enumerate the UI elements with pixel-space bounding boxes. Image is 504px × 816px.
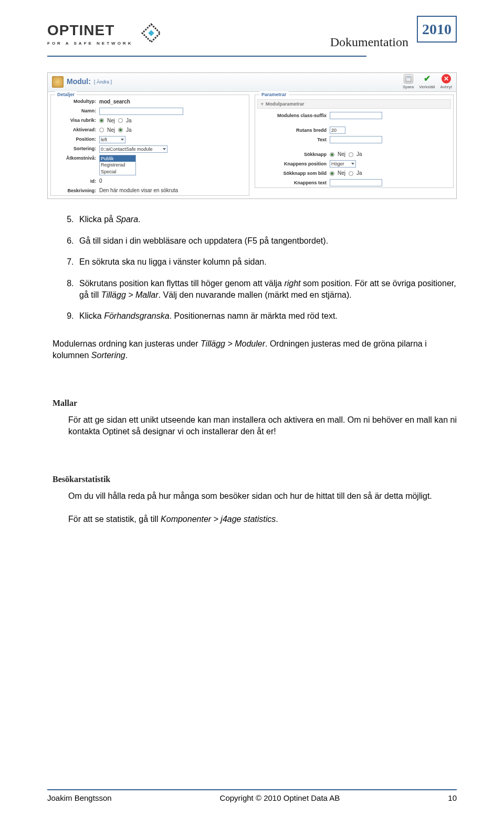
beskrivning-label: Beskrivning:: [54, 187, 96, 194]
sokknapp-bild-ja-radio[interactable]: [349, 171, 353, 176]
logo-tagline: FOR A SAFE NETWORK: [47, 40, 133, 46]
id-label: Id:: [54, 178, 96, 185]
chevron-down-icon: ▾: [261, 101, 264, 107]
footer-page: 10: [448, 792, 457, 803]
close-icon: ✕: [442, 74, 451, 83]
logo: OPTINET FOR A SAFE NETWORK: [47, 19, 165, 47]
save-icon: [404, 74, 413, 83]
position-label: Position:: [54, 136, 96, 143]
aktiverad-ja-radio[interactable]: [118, 128, 123, 132]
namn-input[interactable]: [99, 108, 183, 115]
logo-diamond-icon: [137, 19, 165, 47]
footer-author: Joakim Bengtsson: [47, 792, 112, 803]
text-input[interactable]: [330, 136, 382, 143]
radio-ja-label: Ja: [126, 117, 132, 124]
details-fieldset: Detaljer Modultyp: mod_search Namn: Visa…: [50, 95, 249, 196]
namn-label: Namn:: [54, 108, 96, 114]
id-value: 0: [99, 177, 102, 185]
module-icon: [52, 76, 64, 88]
save-button[interactable]: Spara: [403, 74, 414, 90]
list-item-9: Klicka Förhandsgranska. Positionernas na…: [76, 310, 457, 322]
class-suffix-label: Modulens class-suffix: [258, 112, 327, 119]
rutans-bredd-label: Rutans bredd: [258, 127, 327, 134]
radio-nej-label: Nej: [107, 127, 115, 134]
paragraph-mallar: För att ge sidan ett unikt utseende kan …: [68, 414, 457, 438]
beskrivning-value: Den här modulen visar en sökruta: [99, 187, 178, 194]
header-rule: [47, 56, 366, 57]
sortering-label: Sortering:: [54, 145, 96, 152]
rutans-bredd-input[interactable]: 20: [330, 127, 345, 134]
list-item[interactable]: Special: [100, 169, 135, 175]
apply-label: Verkställ: [419, 84, 435, 90]
svg-rect-1: [149, 30, 154, 36]
heading-mallar: Mallar: [52, 397, 457, 409]
aktiverad-nej-radio[interactable]: [99, 128, 104, 132]
params-fieldset: Parametrar ▾Modulparametrar Modulens cla…: [255, 95, 454, 189]
heading-besokarstatistik: Besökarstatistik: [52, 474, 457, 485]
knapp-pos-select[interactable]: Höger: [330, 160, 356, 168]
list-item-5: Klicka på Spara.: [76, 214, 457, 225]
params-legend: Parametrar: [259, 91, 289, 98]
toolbar: Modul: [ Ändra ] Spara ✔ Verkställ ✕ Avb…: [48, 73, 456, 92]
paragraph-besok-2: För att se statistik, gå till Komponente…: [68, 514, 457, 525]
visarubrik-ja-radio[interactable]: [118, 118, 123, 123]
sortering-select[interactable]: 0::aiContactSafe module: [99, 145, 167, 153]
footer-copyright: Copyright © 2010 Optinet Data AB: [220, 792, 340, 803]
module-subheading: [ Ändra ]: [94, 79, 112, 86]
atkomst-label: Åtkomstnivå:: [54, 155, 96, 162]
knapp-pos-label: Knappens position: [258, 161, 327, 168]
cancel-label: Avbryt: [440, 84, 452, 90]
visarubrik-nej-radio[interactable]: [99, 118, 104, 123]
paragraph-besok-1: Om du vill hålla reda på hur många som b…: [68, 490, 457, 502]
list-item[interactable]: Publik: [100, 155, 135, 162]
embedded-screenshot: Modul: [ Ändra ] Spara ✔ Verkställ ✕ Avb…: [47, 72, 457, 200]
save-label: Spara: [403, 84, 414, 90]
cancel-button[interactable]: ✕ Avbryt: [440, 74, 452, 90]
list-item[interactable]: Registrerad: [100, 162, 135, 169]
sokknapp-label: Sökknapp: [258, 151, 327, 158]
aktiverad-label: Aktiverad:: [54, 127, 96, 133]
knapp-text-input[interactable]: [330, 179, 382, 186]
text-label: Text: [258, 137, 327, 143]
footer-rule: [47, 789, 457, 790]
class-suffix-input[interactable]: [330, 112, 382, 119]
module-heading: Modul:: [67, 77, 91, 87]
modultyp-label: Modultyp:: [54, 98, 96, 105]
sokknapp-ja-radio[interactable]: [349, 152, 353, 157]
svg-rect-3: [407, 76, 410, 78]
list-item-7: En sökruta ska nu ligga i vänster kolumn…: [76, 256, 457, 268]
position-select[interactable]: left: [99, 136, 125, 143]
apply-button[interactable]: ✔ Verkställ: [419, 74, 435, 90]
details-legend: Detaljer: [55, 91, 77, 98]
instruction-list: Klicka på Spara. Gå till sidan i din web…: [47, 214, 457, 322]
list-item-6: Gå till sidan i din webbläsare och uppda…: [76, 235, 457, 247]
paragraph-modules-order: Modulernas ordning kan justeras under Ti…: [52, 338, 457, 362]
visarubrik-label: Visa rubrik:: [54, 117, 96, 124]
knapp-text-label: Knappens text: [258, 180, 327, 186]
atkomst-list[interactable]: Publik Registrerad Special: [99, 155, 136, 176]
page-footer: Joakim Bengtsson Copyright © 2010 Optine…: [47, 789, 457, 803]
radio-ja-label: Ja: [126, 127, 132, 134]
modultyp-value: mod_search: [99, 98, 130, 106]
year-box: 2010: [417, 16, 457, 43]
check-icon: ✔: [422, 74, 432, 83]
modulparam-accordion[interactable]: ▾Modulparametrar: [257, 99, 451, 109]
radio-nej-label: Nej: [107, 117, 115, 124]
page-header: OPTINET FOR A SAFE NETWORK Dokumentation…: [47, 16, 457, 51]
logo-word: OPTINET: [47, 20, 133, 40]
sokknapp-bild-nej-radio[interactable]: [330, 171, 334, 176]
sokknapp-nej-radio[interactable]: [330, 152, 334, 157]
document-title: Dokumentation: [165, 34, 412, 51]
sokknapp-bild-label: Sökknapp som bild: [258, 170, 327, 177]
list-item-8: Sökrutans position kan flyttas till höge…: [76, 278, 457, 301]
